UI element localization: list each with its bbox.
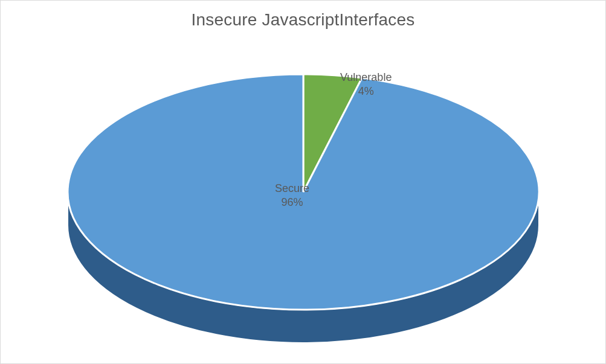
- data-label-vulnerable-name: Vulnerable: [340, 71, 392, 85]
- data-label-vulnerable: Vulnerable 4%: [340, 71, 392, 98]
- data-label-secure: Secure 96%: [275, 182, 309, 209]
- data-label-secure-pct: 96%: [275, 196, 309, 209]
- chart-frame: Insecure JavascriptInterfaces Vulnerable…: [0, 0, 606, 364]
- chart-title: Insecure JavascriptInterfaces: [1, 10, 605, 30]
- data-label-vulnerable-pct: 4%: [340, 85, 392, 98]
- data-label-secure-name: Secure: [275, 182, 309, 196]
